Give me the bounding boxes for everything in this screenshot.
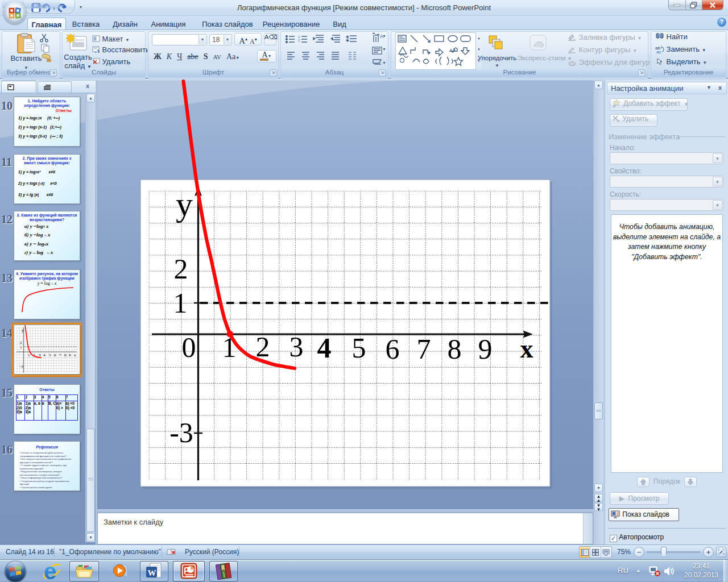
- svg-text:1: 1: [173, 287, 188, 319]
- svg-text:9: 9: [478, 333, 493, 365]
- svg-text:e: e: [44, 560, 56, 582]
- svg-text:3: 3: [289, 331, 304, 363]
- svg-text:5: 5: [352, 332, 366, 364]
- svg-text:W: W: [148, 568, 156, 577]
- svg-text:0: 0: [182, 331, 196, 363]
- svg-text:8: 8: [448, 333, 462, 365]
- svg-text:★: ★: [617, 119, 620, 123]
- svg-text:4: 4: [317, 332, 332, 364]
- svg-text:-3: -3: [169, 417, 193, 448]
- svg-text:x: x: [520, 334, 533, 363]
- svg-text:7: 7: [417, 333, 431, 365]
- svg-text:2: 2: [174, 253, 188, 285]
- svg-text:6: 6: [386, 333, 400, 365]
- svg-text:y: y: [176, 185, 193, 223]
